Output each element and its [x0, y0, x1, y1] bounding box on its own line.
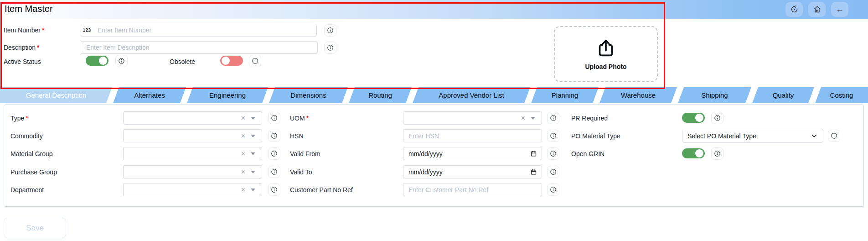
open-grin-toggle[interactable]: [682, 148, 705, 158]
po-material-type-select[interactable]: Select PO Material Type: [682, 129, 823, 143]
pr-required-info-button[interactable]: [711, 112, 723, 124]
active-status-info-button[interactable]: [115, 55, 128, 67]
customer-part-no-ref-info-button[interactable]: [547, 183, 559, 196]
header-band: [0, 0, 868, 19]
commodity-info-button[interactable]: [268, 130, 280, 142]
open-grin-label: Open GRIN: [571, 150, 604, 157]
valid-to-label: Valid To: [290, 168, 312, 176]
obsolete-toggle[interactable]: [220, 56, 243, 66]
back-arrow-icon: ←: [836, 5, 844, 14]
tab-costing[interactable]: Costing: [815, 87, 868, 103]
caret-down-icon: [251, 135, 255, 137]
uom-dropdown[interactable]: ×: [403, 111, 542, 125]
department-info-button[interactable]: [268, 183, 280, 196]
info-icon: [271, 186, 278, 193]
commodity-label: Commodity: [10, 132, 43, 140]
tab-engineering[interactable]: Engineering: [187, 87, 268, 103]
clear-icon[interactable]: ×: [241, 132, 245, 140]
department-label: Department: [10, 186, 44, 194]
department-dropdown[interactable]: ×: [123, 183, 262, 196]
description-info-button[interactable]: [324, 42, 336, 54]
tab-routing[interactable]: Routing: [349, 87, 412, 103]
material-group-dropdown[interactable]: ×: [123, 147, 262, 160]
numeric-prefix-badge: 123: [81, 24, 93, 37]
clear-icon[interactable]: ×: [521, 115, 525, 122]
purchase-group-dropdown[interactable]: ×: [123, 165, 262, 178]
item-number-info-button[interactable]: [324, 24, 336, 37]
info-icon: [271, 168, 278, 175]
upload-photo-label: Upload Photo: [585, 63, 627, 70]
info-icon: [327, 44, 334, 51]
history-icon: [790, 5, 799, 14]
calendar-icon[interactable]: [530, 150, 537, 157]
uom-label: UOM*: [290, 115, 309, 122]
upload-icon: [595, 38, 616, 59]
tab-shipping[interactable]: Shipping: [678, 87, 751, 103]
info-icon: [714, 115, 721, 121]
po-material-type-info-button[interactable]: [828, 130, 840, 142]
info-icon: [831, 132, 837, 139]
chevron-down-icon: [811, 132, 818, 140]
valid-from-label: Valid From: [290, 150, 320, 157]
clear-icon[interactable]: ×: [241, 115, 245, 122]
tab-planning[interactable]: Planning: [531, 87, 599, 103]
caret-down-icon: [531, 117, 535, 120]
description-input[interactable]: [81, 41, 318, 54]
info-icon: [118, 58, 125, 64]
type-info-button[interactable]: [268, 112, 280, 124]
required-marker: *: [306, 115, 309, 122]
customer-part-no-ref-input[interactable]: [403, 183, 542, 196]
tab-dimensions[interactable]: Dimensions: [269, 87, 348, 103]
required-marker: *: [42, 26, 44, 34]
info-icon: [714, 150, 721, 157]
type-dropdown[interactable]: ×: [123, 111, 262, 125]
item-master-screen: Item Master ←: [0, 0, 868, 241]
clear-icon[interactable]: ×: [241, 168, 245, 176]
valid-from-date-input[interactable]: mm/dd/yyyy: [403, 147, 542, 160]
info-icon: [271, 150, 278, 157]
caret-down-icon: [251, 117, 255, 120]
caret-down-icon: [251, 152, 255, 155]
active-status-toggle[interactable]: [86, 56, 108, 66]
save-button[interactable]: Save: [4, 218, 66, 238]
hsn-info-button[interactable]: [547, 130, 559, 142]
tab-quality[interactable]: Quality: [752, 87, 814, 103]
pr-required-toggle[interactable]: [682, 113, 705, 123]
tab-alternates[interactable]: Alternates: [113, 87, 186, 103]
material-group-info-button[interactable]: [268, 147, 280, 160]
obsolete-info-button[interactable]: [249, 55, 261, 67]
upload-photo-dropzone[interactable]: Upload Photo: [554, 26, 658, 82]
active-status-label: Active Status: [4, 58, 41, 65]
open-grin-info-button[interactable]: [711, 147, 723, 160]
commodity-dropdown[interactable]: ×: [123, 129, 262, 142]
info-icon: [550, 168, 557, 175]
po-material-type-value: Select PO Material Type: [687, 132, 756, 140]
back-button[interactable]: ←: [831, 2, 848, 17]
info-icon: [271, 115, 278, 121]
info-icon: [550, 150, 557, 157]
history-button[interactable]: [785, 2, 803, 17]
purchase-group-label: Purchase Group: [10, 168, 57, 176]
calendar-icon[interactable]: [530, 168, 537, 175]
clear-icon[interactable]: ×: [241, 150, 245, 157]
description-label: Description*: [4, 44, 39, 51]
clear-icon[interactable]: ×: [241, 186, 245, 194]
valid-from-info-button[interactable]: [547, 147, 559, 160]
required-marker: *: [26, 115, 28, 122]
hsn-input[interactable]: [403, 129, 542, 142]
tab-warehouse[interactable]: Warehouse: [599, 87, 677, 103]
uom-info-button[interactable]: [547, 112, 559, 124]
info-icon: [271, 132, 278, 139]
item-number-input[interactable]: [93, 24, 317, 37]
tab-approved-vendor-list[interactable]: Approved Vendor List: [413, 87, 530, 103]
info-icon: [550, 115, 557, 121]
hsn-label: HSN: [290, 132, 304, 140]
home-button[interactable]: [808, 2, 826, 17]
valid-to-info-button[interactable]: [547, 166, 559, 178]
page-title: Item Master: [5, 4, 53, 14]
type-label: Type*: [10, 115, 28, 122]
tab-general-description[interactable]: General Description: [0, 87, 112, 103]
purchase-group-info-button[interactable]: [268, 166, 280, 178]
material-group-label: Material Group: [10, 150, 53, 157]
valid-to-date-input[interactable]: mm/dd/yyyy: [403, 165, 542, 178]
